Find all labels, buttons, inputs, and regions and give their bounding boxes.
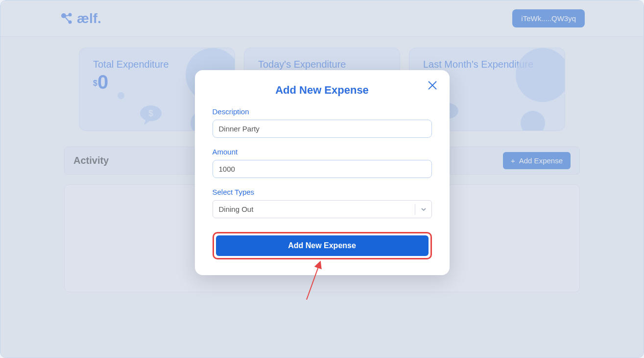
amount-label: Amount	[213, 148, 432, 156]
currency-symbol: $	[93, 79, 97, 87]
description-input[interactable]	[213, 120, 432, 138]
app-header: ælf. iTeWk.....QW3yq	[0, 0, 644, 37]
add-expense-modal: Add New Expense Description Amount Selec…	[195, 70, 450, 275]
add-expense-label: Add Expense	[519, 156, 563, 165]
close-icon[interactable]	[427, 80, 438, 93]
card-title: Today's Expenditure	[258, 59, 386, 70]
amount-value: 0	[97, 71, 108, 93]
types-select[interactable]: Dining Out	[213, 200, 432, 218]
logo-text: ælf.	[77, 11, 101, 26]
modal-title: Add New Expense	[213, 84, 432, 97]
decorative-circle	[118, 92, 124, 99]
plus-icon: +	[511, 156, 515, 165]
add-expense-button[interactable]: + Add Expense	[503, 152, 571, 169]
money-chat-icon: $	[137, 104, 165, 126]
svg-line-4	[65, 17, 69, 22]
types-select-wrap[interactable]: Dining Out	[213, 200, 432, 218]
amount-input[interactable]	[213, 160, 432, 178]
logo: ælf.	[59, 11, 101, 26]
svg-text:$: $	[148, 108, 153, 118]
activity-heading: Activity	[73, 155, 109, 166]
chevron-down-icon	[415, 204, 427, 215]
types-label: Select Types	[213, 188, 432, 196]
decorative-circle	[521, 111, 545, 131]
logo-icon	[59, 11, 74, 26]
decorative-circle	[516, 48, 565, 102]
svg-point-1	[69, 13, 72, 16]
wallet-address-button[interactable]: iTeWk.....QW3yq	[512, 9, 585, 27]
description-label: Description	[213, 107, 432, 116]
submit-highlight-box: Add New Expense	[213, 232, 432, 259]
add-new-expense-submit-button[interactable]: Add New Expense	[216, 235, 429, 256]
